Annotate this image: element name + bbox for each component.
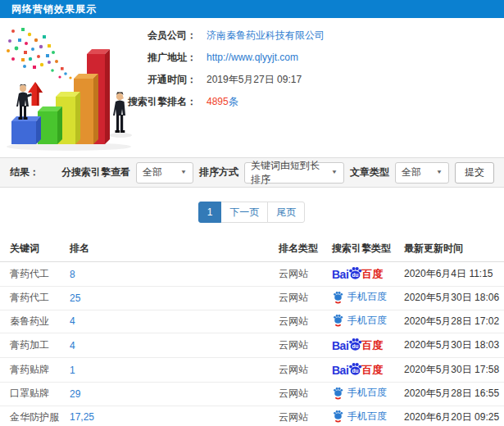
- next-page-button[interactable]: 下一页: [220, 202, 268, 223]
- table-row: 膏药加工 4 云网站 Baidu百度 2020年5月30日 18:03: [0, 333, 504, 358]
- results-table: 关键词 排名 排名类型 搜索引擎类型 最新更新时间 膏药代工 8 云网站 Bai…: [0, 236, 504, 426]
- table-row: 秦鲁药业 4 云网站 手机百度 2020年5月28日 17:02: [0, 310, 504, 333]
- pagination: 1 下一页 尾页: [0, 188, 504, 236]
- info-section: 会员公司： 济南秦鲁药业科技有限公司 推广地址： http://www.qlyy…: [0, 18, 504, 157]
- company-info: 会员公司： 济南秦鲁药业科技有限公司 推广地址： http://www.qlyy…: [121, 28, 504, 116]
- sort-filter-label: 排序方式: [199, 165, 238, 179]
- table-row: 膏药代工 25 云网站 手机百度 2020年5月30日 18:06: [0, 287, 504, 310]
- company-label: 会员公司：: [121, 29, 197, 43]
- filter-controls: 分搜索引擎查看 全部 ▼ 排序方式 关键词由短到长排序 ▼ 文章类型 全部 ▼ …: [61, 162, 494, 184]
- table-header-row: 关键词 排名 排名类型 搜索引擎类型 最新更新时间: [0, 236, 504, 262]
- col-keyword: 关键词: [0, 236, 60, 262]
- rank-link[interactable]: 29: [60, 383, 269, 406]
- rank-type-cell: 云网站: [269, 383, 322, 406]
- company-link[interactable]: 济南秦鲁药业科技有限公司: [207, 29, 325, 43]
- engine-cell: 手机百度: [322, 310, 394, 333]
- last-page-button[interactable]: 尾页: [267, 202, 305, 223]
- rank-type-cell: 云网站: [269, 287, 322, 310]
- baidu-logo: Baidu百度: [332, 361, 383, 378]
- engine-filter-value: 全部: [143, 165, 162, 179]
- keyword-cell: 膏药代工: [0, 287, 60, 310]
- confetti-dots: [7, 28, 72, 79]
- submit-button[interactable]: 提交: [455, 162, 494, 184]
- bar-green: [38, 106, 62, 144]
- updated-cell: 2020年5月30日 18:06: [394, 287, 504, 310]
- engine-cell: Baidu百度: [322, 262, 394, 287]
- engine-rank-field: 搜索引擎排名： 4895条: [121, 94, 504, 109]
- page: 网络营销效果展示: [0, 0, 504, 426]
- keyword-cell: 金华防护服: [0, 406, 60, 426]
- result-label: 结果：: [10, 165, 39, 179]
- col-rank: 排名: [60, 236, 269, 262]
- engine-cell: 手机百度: [322, 383, 394, 406]
- engine-filter-select[interactable]: 全部 ▼: [136, 162, 193, 184]
- baidu-logo: Baidu百度: [332, 265, 383, 283]
- caret-down-icon: ▼: [331, 170, 338, 175]
- article-type-select[interactable]: 全部 ▼: [395, 162, 449, 184]
- rank-type-cell: 云网站: [269, 310, 322, 333]
- table-row: 膏药代工 8 云网站 Baidu百度 2020年6月4日 11:15: [0, 262, 504, 287]
- svg-text:du: du: [352, 368, 359, 374]
- engine-cell: Baidu百度: [322, 358, 394, 383]
- mobile-baidu-paw-icon: [332, 410, 344, 423]
- open-time-field: 开通时间： 2019年5月27日 09:17: [121, 72, 504, 87]
- page-1-button[interactable]: 1: [198, 202, 222, 223]
- sort-value: 关键词由短到长排序: [251, 159, 325, 187]
- promo-url-field: 推广地址： http://www.qlyyjt.com: [121, 50, 504, 65]
- engine-filter-label: 分搜索引擎查看: [61, 165, 130, 179]
- table-row: 膏药贴牌 1 云网站 Baidu百度 2020年5月30日 17:58: [0, 358, 504, 383]
- keyword-cell: 膏药加工: [0, 333, 60, 358]
- caret-down-icon: ▼: [180, 170, 187, 175]
- baidu-logo: Baidu百度: [332, 337, 383, 354]
- engine-cell: 手机百度: [322, 406, 394, 426]
- caret-down-icon: ▼: [436, 170, 443, 175]
- mobile-baidu-paw-icon: [332, 291, 344, 304]
- keyword-cell: 膏药代工: [0, 262, 60, 287]
- rank-type-cell: 云网站: [269, 406, 322, 426]
- rank-link[interactable]: 4: [60, 333, 269, 358]
- updated-cell: 2020年5月28日 17:02: [394, 310, 504, 333]
- updated-cell: 2020年6月4日 11:15: [394, 262, 504, 287]
- promo-url-link[interactable]: http://www.qlyyjt.com: [207, 52, 298, 63]
- rank-link[interactable]: 8: [60, 262, 269, 287]
- mobile-baidu-logo: 手机百度: [332, 314, 387, 328]
- company-field: 会员公司： 济南秦鲁药业科技有限公司: [121, 28, 504, 43]
- bar-blue: [11, 116, 41, 144]
- rank-link[interactable]: 25: [60, 287, 269, 310]
- svg-text:du: du: [352, 272, 359, 278]
- rank-unit: 条: [229, 96, 238, 107]
- rank-count: 4895: [207, 96, 229, 107]
- col-updated: 最新更新时间: [394, 236, 504, 262]
- rank-link[interactable]: 1: [60, 358, 269, 383]
- engine-rank-value: 4895条: [207, 95, 238, 109]
- mobile-baidu-paw-icon: [332, 387, 344, 400]
- open-time-value: 2019年5月27日 09:17: [207, 73, 302, 87]
- keyword-cell: 膏药贴牌: [0, 358, 60, 383]
- updated-cell: 2020年5月30日 17:58: [394, 358, 504, 383]
- rank-link[interactable]: 17,25: [60, 406, 269, 426]
- businessman-left: [16, 84, 32, 120]
- page-title: 网络营销效果展示: [0, 0, 504, 18]
- engine-cell: 手机百度: [322, 287, 394, 310]
- rank-link[interactable]: 4: [60, 310, 269, 333]
- updated-cell: 2020年6月20日 09:25: [394, 406, 504, 426]
- sort-select[interactable]: 关键词由短到长排序 ▼: [244, 162, 344, 184]
- table-row: 口罩贴牌 29 云网站 手机百度 2020年5月28日 16:55: [0, 383, 504, 406]
- col-rank-type: 排名类型: [269, 236, 322, 262]
- rank-type-cell: 云网站: [269, 333, 322, 358]
- mobile-baidu-logo: 手机百度: [332, 386, 387, 400]
- table-row: 金华防护服 17,25 云网站 手机百度 2020年6月20日 09:25: [0, 406, 504, 426]
- article-type-label: 文章类型: [350, 165, 389, 179]
- promo-url-label: 推广地址：: [121, 51, 197, 65]
- rank-type-cell: 云网站: [269, 358, 322, 383]
- engine-cell: Baidu百度: [322, 333, 394, 358]
- mobile-baidu-logo: 手机百度: [332, 410, 387, 424]
- open-time-label: 开通时间：: [121, 73, 197, 87]
- filter-bar: 结果： 分搜索引擎查看 全部 ▼ 排序方式 关键词由短到长排序 ▼ 文章类型 全…: [0, 157, 504, 188]
- svg-text:du: du: [352, 343, 359, 349]
- col-engine-type: 搜索引擎类型: [322, 236, 394, 262]
- mobile-baidu-logo: 手机百度: [332, 290, 387, 304]
- keyword-cell: 口罩贴牌: [0, 383, 60, 406]
- updated-cell: 2020年5月28日 16:55: [394, 383, 504, 406]
- mobile-baidu-paw-icon: [332, 314, 344, 327]
